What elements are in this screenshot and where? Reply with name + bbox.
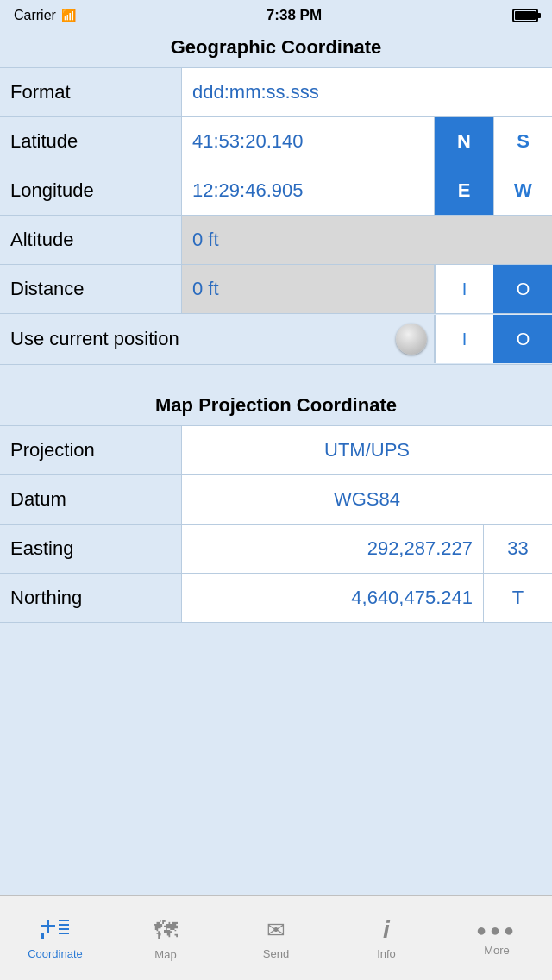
battery-icon — [512, 9, 538, 22]
longitude-row: Longitude 12:29:46.905 E W — [0, 166, 552, 215]
map-icon: 🗺 — [154, 916, 178, 945]
ew-button-group: E W — [434, 166, 552, 215]
tab-more[interactable]: ●●● More — [442, 896, 552, 980]
easting-label: Easting — [0, 531, 181, 567]
easting-value[interactable]: 292,287.227 — [181, 525, 483, 573]
map-projection-section: Map Projection Coordinate Projection UTM… — [0, 386, 552, 623]
info-icon: i — [383, 916, 390, 944]
more-icon: ●●● — [476, 920, 518, 940]
easting-row: Easting 292,287.227 33 — [0, 524, 552, 573]
map-projection-title: Map Projection Coordinate — [0, 386, 552, 425]
datum-row: Datum WGS84 — [0, 474, 552, 524]
tab-more-label: More — [484, 944, 510, 957]
distance-value[interactable]: 0 ft — [181, 265, 434, 313]
altitude-label: Altitude — [0, 222, 181, 258]
north-button[interactable]: N — [435, 117, 493, 166]
svg-rect-3 — [59, 924, 69, 926]
carrier-label: Carrier 📶 — [14, 8, 76, 23]
altitude-value[interactable]: 0 ft — [181, 216, 552, 264]
ns-button-group: N S — [434, 117, 552, 166]
position-o-button[interactable]: O — [493, 315, 552, 363]
tab-send[interactable]: ✉ Send — [221, 896, 331, 980]
tab-send-label: Send — [263, 947, 289, 960]
format-row: Format ddd:mm:ss.sss — [0, 67, 552, 116]
projection-label: Projection — [0, 432, 181, 468]
format-label: Format — [0, 74, 181, 110]
datum-value[interactable]: WGS84 — [181, 475, 552, 524]
position-i-button[interactable]: I — [435, 315, 493, 363]
distance-o-button[interactable]: O — [493, 265, 552, 313]
latitude-row: Latitude 41:53:20.140 N S — [0, 116, 552, 166]
svg-rect-5 — [59, 933, 69, 934]
status-time: 7:38 PM — [267, 7, 322, 24]
latitude-value[interactable]: 41:53:20.140 — [181, 117, 434, 166]
tab-info-label: Info — [377, 947, 396, 960]
tab-coordinate-label: Coordinate — [28, 947, 83, 960]
northing-label: Northing — [0, 580, 181, 616]
svg-rect-4 — [59, 928, 69, 930]
projection-row: Projection UTM/UPS — [0, 425, 552, 474]
section-divider — [0, 365, 552, 386]
projection-value[interactable]: UTM/UPS — [181, 426, 552, 474]
northing-row: Northing 4,640,475.241 T — [0, 573, 552, 623]
northing-zone: T — [483, 574, 552, 622]
latitude-label: Latitude — [0, 123, 181, 160]
svg-rect-1 — [47, 920, 49, 933]
coordinate-icon — [40, 916, 71, 944]
tab-map-label: Map — [154, 948, 176, 961]
send-icon: ✉ — [267, 917, 285, 944]
tab-info[interactable]: i Info — [331, 896, 442, 980]
datum-label: Datum — [0, 481, 181, 518]
page-title: Geographic Coordinate — [0, 31, 552, 67]
geographic-section: Format ddd:mm:ss.sss Latitude 41:53:20.1… — [0, 67, 552, 365]
current-position-row: Use current position I O — [0, 313, 552, 365]
svg-rect-2 — [59, 920, 69, 921]
altitude-row: Altitude 0 ft — [0, 215, 552, 264]
northing-value[interactable]: 4,640,475.241 — [181, 574, 483, 622]
distance-row: Distance 0 ft I O — [0, 264, 552, 313]
tab-map[interactable]: 🗺 Map — [110, 896, 221, 980]
distance-i-button[interactable]: I — [435, 265, 493, 313]
current-position-label: Use current position — [10, 328, 396, 350]
east-button[interactable]: E — [435, 166, 493, 215]
easting-zone: 33 — [483, 525, 552, 573]
south-button[interactable]: S — [493, 117, 552, 166]
position-io-group: I O — [434, 315, 552, 363]
tab-bar: Coordinate 🗺 Map ✉ Send i Info ●●● More — [0, 895, 552, 980]
svg-rect-6 — [41, 933, 44, 939]
position-toggle-ball[interactable] — [396, 324, 427, 355]
longitude-label: Longitude — [0, 173, 181, 209]
format-value[interactable]: ddd:mm:ss.sss — [181, 68, 552, 116]
distance-io-group: I O — [434, 265, 552, 313]
status-bar: Carrier 📶 7:38 PM — [0, 0, 552, 31]
tab-coordinate[interactable]: Coordinate — [0, 896, 110, 980]
distance-label: Distance — [0, 271, 181, 307]
longitude-value[interactable]: 12:29:46.905 — [181, 166, 434, 215]
wifi-icon: 📶 — [61, 9, 76, 22]
west-button[interactable]: W — [493, 166, 552, 215]
